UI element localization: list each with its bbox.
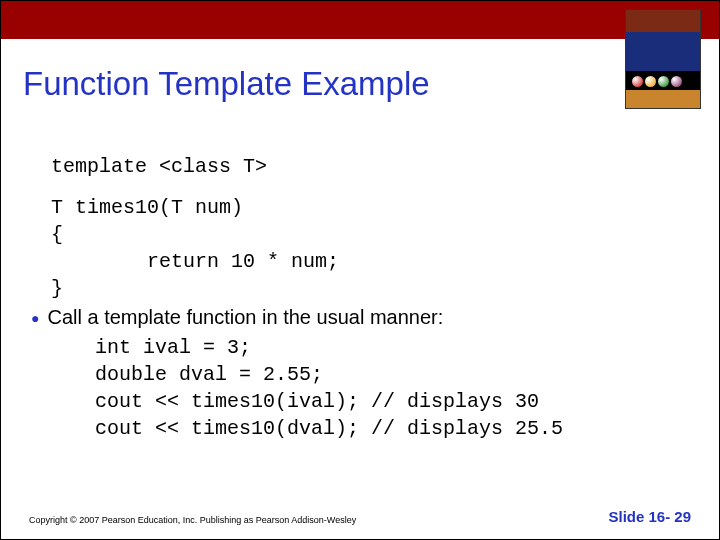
- slide-title: Function Template Example: [1, 39, 719, 103]
- ball-icon: [632, 76, 643, 87]
- usage-code-line: cout << times10(dval); // displays 25.5: [51, 415, 689, 442]
- bullet-icon: ●: [31, 304, 39, 332]
- slide-body: template <class T> T times10(T num) { re…: [1, 103, 719, 442]
- function-def-line: }: [51, 275, 689, 302]
- bullet-row: ● Call a template function in the usual …: [31, 304, 689, 332]
- book-cover-balls: [632, 76, 682, 87]
- template-prefix-line: template <class T>: [51, 153, 689, 180]
- footer: Copyright © 2007 Pearson Education, Inc.…: [29, 508, 691, 525]
- bullet-text: Call a template function in the usual ma…: [47, 304, 443, 331]
- slide-number: Slide 16- 29: [608, 508, 691, 525]
- spacer: [51, 180, 689, 194]
- usage-code-line: cout << times10(ival); // displays 30: [51, 388, 689, 415]
- usage-code-line: double dval = 2.55;: [51, 361, 689, 388]
- ball-icon: [658, 76, 669, 87]
- ball-icon: [671, 76, 682, 87]
- top-color-bar: [1, 1, 719, 39]
- function-def-line: return 10 * num;: [51, 248, 689, 275]
- book-cover-image: [625, 9, 701, 109]
- function-def-line: {: [51, 221, 689, 248]
- usage-code-line: int ival = 3;: [51, 334, 689, 361]
- copyright-text: Copyright © 2007 Pearson Education, Inc.…: [29, 515, 356, 525]
- slide: Function Template Example template <clas…: [0, 0, 720, 540]
- ball-icon: [645, 76, 656, 87]
- function-def-line: T times10(T num): [51, 194, 689, 221]
